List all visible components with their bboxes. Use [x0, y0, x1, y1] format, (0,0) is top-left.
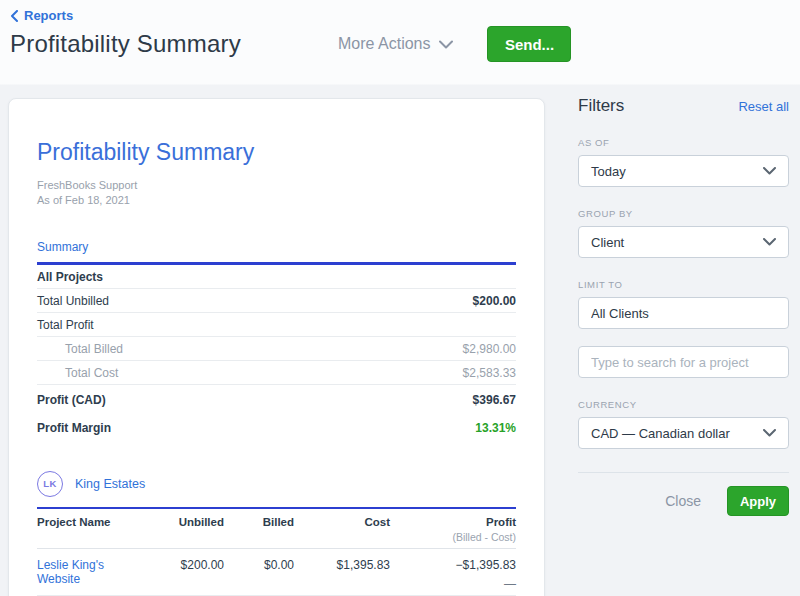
col-profit: Profit (Billed - Cost): [394, 516, 516, 543]
summary-table: All Projects Total Unbilled $200.00 Tota…: [37, 265, 516, 441]
client-header: LK King Estates: [37, 471, 516, 497]
group-by-value: Client: [591, 235, 624, 250]
back-link[interactable]: Reports: [10, 8, 73, 23]
client-avatar: LK: [37, 471, 63, 497]
as-of-select[interactable]: Today: [578, 155, 789, 187]
cell-cost: $1,395.83: [298, 558, 390, 591]
profit-subnote: (Billed - Cost): [394, 531, 516, 543]
table-row: Leslie King's Website $200.00 $0.00 $1,3…: [37, 549, 516, 596]
col-project-name: Project Name: [37, 516, 132, 543]
top-header: Reports Profitability Summary More Actio…: [10, 8, 790, 84]
summary-row: Total Profit: [37, 313, 516, 337]
chevron-down-icon: [763, 238, 776, 246]
col-cost: Cost: [298, 516, 390, 543]
project-table: Project Name Unbilled Billed Cost Profit…: [37, 509, 516, 596]
summary-section-link[interactable]: Summary: [37, 240, 88, 254]
chevron-down-icon: [763, 167, 776, 175]
cell-profit: −$1,395.83 —: [394, 558, 516, 591]
currency-select[interactable]: CAD — Canadian dollar: [578, 417, 789, 449]
profit-margin-dash: —: [394, 577, 516, 591]
summary-row: Total Cost $2,583.33: [37, 361, 516, 385]
chevron-down-icon: [763, 429, 776, 437]
more-actions-label: More Actions: [338, 35, 430, 53]
summary-row-value: 13.31%: [475, 421, 516, 435]
all-clients-input[interactable]: [578, 297, 789, 329]
col-billed: Billed: [228, 516, 294, 543]
summary-row-value: $2,980.00: [463, 342, 516, 356]
filters-title: Filters: [578, 96, 624, 116]
report-as-of: As of Feb 18, 2021: [37, 194, 516, 206]
report-card: Profitability Summary FreshBooks Support…: [8, 98, 545, 596]
back-chevron-icon: [10, 10, 19, 22]
cell-unbilled: $200.00: [136, 558, 224, 591]
as-of-label: AS OF: [578, 137, 789, 148]
cell-billed: $0.00: [228, 558, 294, 591]
col-unbilled: Unbilled: [136, 516, 224, 543]
summary-row-label: Profit (CAD): [37, 393, 106, 407]
reset-all-link[interactable]: Reset all: [738, 99, 789, 114]
summary-row: Total Unbilled $200.00: [37, 289, 516, 313]
summary-row-value: $200.00: [473, 294, 516, 308]
report-title: Profitability Summary: [37, 139, 516, 166]
summary-row: Total Billed $2,980.00: [37, 337, 516, 361]
currency-value: CAD — Canadian dollar: [591, 426, 730, 441]
col-profit-label: Profit: [486, 516, 516, 528]
summary-row-label: Total Profit: [37, 318, 94, 332]
group-by-select[interactable]: Client: [578, 226, 789, 258]
report-company: FreshBooks Support: [37, 179, 516, 191]
project-table-header: Project Name Unbilled Billed Cost Profit…: [37, 509, 516, 549]
summary-row-value: $2,583.33: [463, 366, 516, 380]
header-actions: More Actions Send...: [338, 26, 571, 62]
project-search-input[interactable]: [578, 346, 789, 378]
filters-header: Filters Reset all: [578, 96, 789, 116]
chevron-down-icon: [439, 40, 453, 49]
summary-row-label: Total Cost: [37, 366, 118, 380]
client-name-link[interactable]: King Estates: [75, 477, 145, 491]
summary-group-label: All Projects: [37, 270, 103, 284]
summary-row-label: Profit Margin: [37, 421, 111, 435]
filters-divider: [578, 472, 789, 473]
filters-actions: Close Apply: [578, 486, 789, 516]
send-button[interactable]: Send...: [487, 26, 571, 62]
summary-group-row: All Projects: [37, 265, 516, 289]
as-of-value: Today: [591, 164, 626, 179]
summary-row-label: Total Unbilled: [37, 294, 109, 308]
currency-label: CURRENCY: [578, 399, 789, 410]
summary-row-value: $396.67: [473, 393, 516, 407]
apply-button[interactable]: Apply: [727, 486, 789, 516]
summary-row: Profit Margin 13.31%: [37, 413, 516, 441]
filters-panel: Filters Reset all AS OF Today GROUP BY C…: [578, 96, 789, 516]
close-button[interactable]: Close: [665, 493, 701, 509]
summary-row-label: Total Billed: [37, 342, 123, 356]
group-by-label: GROUP BY: [578, 208, 789, 219]
more-actions-button[interactable]: More Actions: [338, 35, 453, 53]
limit-to-label: LIMIT TO: [578, 279, 789, 290]
project-link[interactable]: Leslie King's Website: [37, 558, 104, 586]
summary-row: Profit (CAD) $396.67: [37, 385, 516, 413]
back-link-label: Reports: [24, 8, 73, 23]
